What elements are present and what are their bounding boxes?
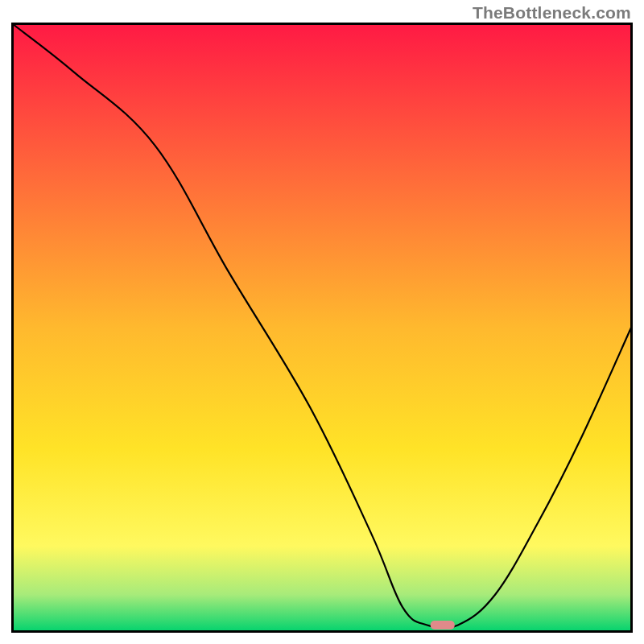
plot-area [11,23,633,633]
optimal-marker [431,621,455,630]
chart-svg [11,23,633,633]
chart-container: TheBottleneck.com [0,0,644,644]
gradient-background [13,24,631,631]
watermark-text: TheBottleneck.com [473,3,631,23]
